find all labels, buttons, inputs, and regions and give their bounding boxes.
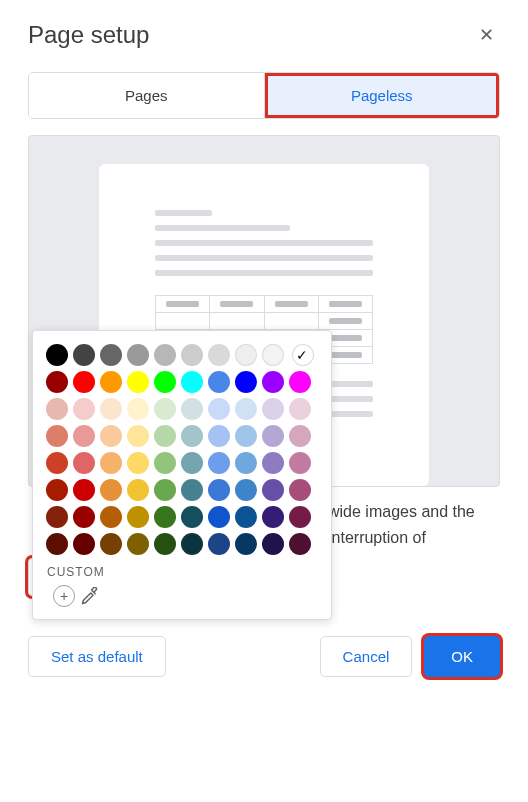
color-swatch[interactable] — [97, 395, 124, 422]
color-swatch[interactable] — [178, 449, 205, 476]
color-swatch[interactable] — [232, 530, 259, 557]
color-palette-grid — [43, 341, 321, 557]
color-swatch[interactable] — [232, 368, 259, 395]
color-swatch[interactable] — [124, 422, 151, 449]
color-swatch[interactable] — [70, 368, 97, 395]
color-swatch[interactable] — [43, 341, 70, 368]
color-swatch[interactable] — [178, 503, 205, 530]
dialog-header: Page setup ✕ — [28, 18, 500, 52]
color-swatch[interactable] — [286, 395, 313, 422]
color-swatch[interactable] — [259, 341, 286, 368]
color-swatch[interactable] — [43, 449, 70, 476]
color-swatch[interactable] — [232, 341, 259, 368]
color-swatch[interactable] — [97, 341, 124, 368]
color-swatch[interactable] — [259, 476, 286, 503]
color-swatch[interactable] — [124, 395, 151, 422]
color-swatch[interactable] — [70, 503, 97, 530]
custom-section-label: CUSTOM — [43, 557, 321, 583]
color-swatch[interactable] — [151, 449, 178, 476]
color-swatch[interactable] — [124, 503, 151, 530]
color-swatch[interactable] — [205, 449, 232, 476]
color-picker-popover: CUSTOM + — [32, 330, 332, 620]
color-swatch[interactable] — [205, 503, 232, 530]
tab-bar: Pages Pageless — [28, 72, 500, 119]
color-swatch[interactable] — [97, 503, 124, 530]
preview-line — [155, 255, 373, 261]
close-icon[interactable]: ✕ — [473, 18, 500, 52]
color-swatch[interactable] — [43, 395, 70, 422]
set-as-default-button[interactable]: Set as default — [28, 636, 166, 677]
color-swatch[interactable] — [70, 395, 97, 422]
eyedropper-button[interactable] — [79, 587, 101, 605]
color-swatch[interactable] — [205, 476, 232, 503]
color-swatch[interactable] — [178, 341, 205, 368]
color-swatch[interactable] — [43, 368, 70, 395]
ok-button[interactable]: OK — [424, 636, 500, 677]
color-swatch[interactable] — [178, 530, 205, 557]
color-swatch[interactable] — [259, 368, 286, 395]
color-swatch[interactable] — [178, 476, 205, 503]
color-swatch[interactable] — [205, 368, 232, 395]
cancel-button[interactable]: Cancel — [320, 636, 413, 677]
color-swatch[interactable] — [205, 395, 232, 422]
color-swatch[interactable] — [97, 449, 124, 476]
color-swatch[interactable] — [205, 422, 232, 449]
color-swatch[interactable] — [232, 395, 259, 422]
color-swatch[interactable] — [286, 368, 313, 395]
color-swatch[interactable] — [43, 530, 70, 557]
color-swatch[interactable] — [124, 368, 151, 395]
color-swatch[interactable] — [151, 368, 178, 395]
tab-pages[interactable]: Pages — [29, 73, 264, 118]
color-swatch[interactable] — [178, 422, 205, 449]
color-swatch[interactable] — [43, 476, 70, 503]
color-swatch[interactable] — [124, 449, 151, 476]
color-swatch[interactable] — [97, 530, 124, 557]
color-swatch[interactable] — [151, 422, 178, 449]
color-swatch[interactable] — [151, 503, 178, 530]
dialog-actions: Set as default Cancel OK — [28, 636, 500, 677]
color-swatch[interactable] — [97, 476, 124, 503]
color-swatch[interactable] — [43, 503, 70, 530]
color-swatch[interactable] — [232, 476, 259, 503]
color-swatch[interactable] — [178, 395, 205, 422]
color-swatch[interactable] — [286, 530, 313, 557]
color-swatch[interactable] — [151, 341, 178, 368]
color-swatch[interactable] — [124, 476, 151, 503]
color-swatch[interactable] — [286, 341, 313, 368]
color-swatch[interactable] — [70, 530, 97, 557]
color-swatch[interactable] — [70, 341, 97, 368]
color-swatch[interactable] — [286, 449, 313, 476]
color-swatch[interactable] — [70, 476, 97, 503]
color-swatch[interactable] — [259, 503, 286, 530]
color-swatch[interactable] — [151, 476, 178, 503]
color-swatch[interactable] — [151, 395, 178, 422]
custom-color-row: + — [43, 583, 321, 609]
color-swatch[interactable] — [70, 422, 97, 449]
color-swatch[interactable] — [259, 395, 286, 422]
color-swatch[interactable] — [259, 449, 286, 476]
tab-pageless[interactable]: Pageless — [264, 73, 500, 118]
color-swatch[interactable] — [43, 422, 70, 449]
color-swatch[interactable] — [232, 449, 259, 476]
color-swatch[interactable] — [151, 530, 178, 557]
color-swatch[interactable] — [286, 476, 313, 503]
color-swatch[interactable] — [97, 422, 124, 449]
eyedropper-icon — [81, 587, 99, 605]
color-swatch[interactable] — [178, 368, 205, 395]
color-swatch[interactable] — [232, 503, 259, 530]
color-swatch[interactable] — [124, 530, 151, 557]
preview-line — [155, 270, 373, 276]
color-swatch[interactable] — [97, 368, 124, 395]
color-swatch[interactable] — [205, 530, 232, 557]
add-custom-color-button[interactable]: + — [53, 585, 75, 607]
preview-line — [155, 225, 290, 231]
color-swatch[interactable] — [124, 341, 151, 368]
color-swatch[interactable] — [286, 422, 313, 449]
color-swatch[interactable] — [232, 422, 259, 449]
color-swatch[interactable] — [70, 449, 97, 476]
color-swatch[interactable] — [259, 530, 286, 557]
color-swatch[interactable] — [205, 341, 232, 368]
preview-line — [155, 210, 212, 216]
color-swatch[interactable] — [286, 503, 313, 530]
color-swatch[interactable] — [259, 422, 286, 449]
